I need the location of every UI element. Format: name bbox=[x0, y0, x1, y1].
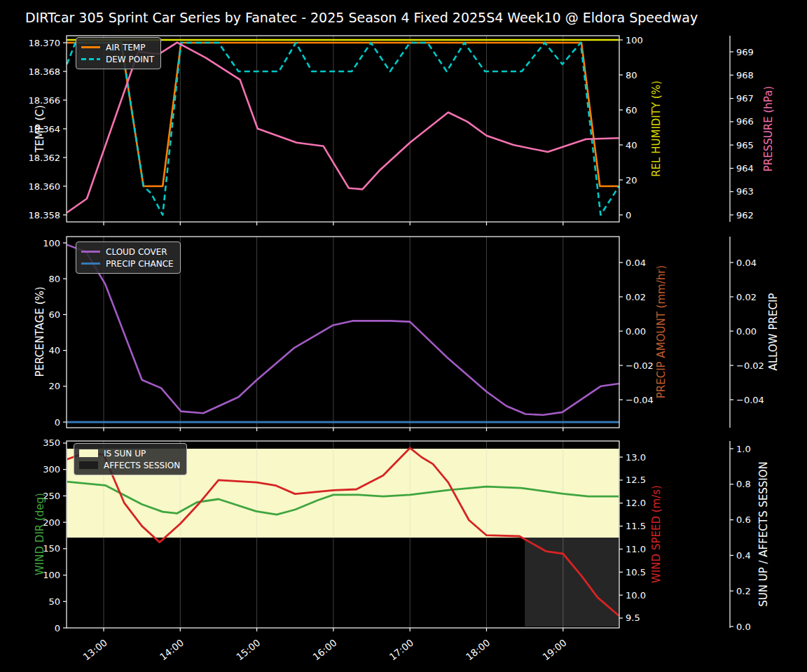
y-tick-label: 0.2 bbox=[736, 586, 751, 596]
y-tick-label: 10.5 bbox=[626, 567, 646, 578]
legend-item-cloud-cover: CLOUD COVER bbox=[81, 246, 174, 258]
y-tick-label: 18.370 bbox=[29, 38, 61, 48]
y-tick-label: 0.00 bbox=[736, 326, 757, 337]
y-tick-label: 13.0 bbox=[626, 452, 646, 463]
y-tick-label: 962 bbox=[736, 210, 754, 220]
y-tick-label: 0.00 bbox=[626, 326, 646, 337]
y-tick-label: 18.362 bbox=[29, 153, 61, 163]
y-tick-label: 0 bbox=[55, 623, 60, 634]
y-tick-label: 963 bbox=[736, 186, 754, 197]
wind-panel-legend: IS SUN UP AFFECTS SESSION bbox=[74, 443, 187, 475]
x-tick-label: 18:00 bbox=[464, 637, 492, 663]
y-tick-label: 0.8 bbox=[736, 479, 751, 489]
air-temp-line-swatch bbox=[81, 46, 100, 48]
y-tick-label: 50 bbox=[48, 596, 60, 607]
x-tick-label: 15:00 bbox=[234, 637, 263, 663]
chart-canvas: 18.37018.36818.36618.36418.36218.36018.3… bbox=[0, 0, 807, 672]
y-tick-label: 10.0 bbox=[626, 590, 646, 601]
legend-label: CLOUD COVER bbox=[106, 247, 167, 257]
y-tick-label: 965 bbox=[736, 140, 754, 150]
legend-item-precip-chance: PRECIP CHANCE bbox=[81, 258, 174, 270]
y-tick-label: 18.360 bbox=[29, 181, 61, 192]
y-tick-label: 60 bbox=[48, 309, 60, 320]
y-tick-label: 9.5 bbox=[626, 612, 640, 623]
y-tick-label: 0.04 bbox=[736, 258, 757, 268]
legend-label: PRECIP CHANCE bbox=[106, 259, 174, 269]
y-tick-label: 969 bbox=[736, 47, 754, 57]
wind-speed-axis-label: WIND SPEED (m/s) bbox=[650, 485, 663, 583]
y-tick-label: 11.0 bbox=[626, 544, 646, 554]
sun-up-patch-swatch bbox=[79, 449, 98, 457]
cloud-cover-line-swatch bbox=[81, 251, 100, 253]
band-affects-session bbox=[525, 538, 619, 626]
y-tick-label: 0 bbox=[626, 210, 631, 220]
precip-panel-legend: CLOUD COVER PRECIP CHANCE bbox=[76, 241, 181, 274]
y-tick-label: 40 bbox=[626, 140, 637, 150]
legend-item-air-temp: AIR TEMP bbox=[81, 41, 154, 53]
y-tick-label: 0.6 bbox=[736, 514, 751, 525]
legend-label: IS SUN UP bbox=[104, 449, 146, 458]
sun-up-axis-label: SUN UP / AFFECTS SESSION bbox=[757, 461, 770, 607]
y-tick-label: 18.358 bbox=[29, 210, 61, 220]
legend-label: AFFECTS SESSION bbox=[104, 461, 180, 470]
y-tick-label: 20 bbox=[626, 175, 637, 186]
y-tick-label: −0.04 bbox=[626, 395, 654, 405]
y-tick-label: 0.04 bbox=[626, 258, 646, 268]
affects-session-patch-swatch bbox=[79, 461, 98, 469]
weather-forecast-figure: DIRTcar 305 Sprint Car Series by Fanatec… bbox=[0, 0, 807, 672]
x-tick-label: 19:00 bbox=[540, 637, 569, 663]
x-tick-label: 17:00 bbox=[387, 637, 416, 663]
precip-chance-line-swatch bbox=[81, 262, 100, 265]
y-tick-label: 18.368 bbox=[29, 66, 61, 77]
wind-dir-axis-label: WIND DIR (deg) bbox=[34, 493, 46, 575]
y-tick-label: −0.04 bbox=[736, 395, 764, 405]
y-tick-label: 12.5 bbox=[626, 475, 646, 485]
y-tick-label: 20 bbox=[48, 381, 60, 391]
allow-precip-axis-label: ALLOW PRECIP bbox=[767, 293, 780, 371]
legend-item-affects-session: AFFECTS SESSION bbox=[79, 459, 180, 471]
y-tick-label: 60 bbox=[626, 105, 637, 115]
x-tick-label: 14:00 bbox=[158, 637, 186, 663]
temp-axis-label: TEMP (C) bbox=[34, 105, 46, 153]
y-tick-label: 968 bbox=[736, 70, 754, 80]
dew-point-line-swatch bbox=[81, 58, 100, 60]
y-tick-label: 964 bbox=[736, 163, 754, 174]
legend-label: AIR TEMP bbox=[106, 43, 145, 52]
y-tick-label: 40 bbox=[48, 345, 60, 356]
legend-label: DEW POINT bbox=[106, 55, 154, 64]
y-tick-label: 0.4 bbox=[736, 550, 751, 561]
y-tick-label: 967 bbox=[736, 93, 754, 104]
x-tick-label: 16:00 bbox=[310, 637, 339, 663]
y-tick-label: 0.02 bbox=[736, 292, 757, 302]
y-tick-label: −0.02 bbox=[626, 360, 654, 371]
x-tick-label: 13:00 bbox=[81, 637, 109, 663]
legend-item-is-sun-up: IS SUN UP bbox=[79, 447, 180, 459]
y-tick-label: 966 bbox=[736, 116, 754, 127]
y-tick-label: 80 bbox=[626, 70, 637, 80]
y-tick-label: 100 bbox=[626, 35, 643, 46]
y-tick-label: 11.5 bbox=[626, 521, 646, 531]
y-tick-label: 12.0 bbox=[626, 498, 646, 508]
legend-item-dew-point: DEW POINT bbox=[81, 53, 154, 65]
y-tick-label: 1.0 bbox=[736, 444, 751, 454]
y-tick-label: 350 bbox=[43, 438, 60, 448]
temp-panel-legend: AIR TEMP DEW POINT bbox=[76, 37, 161, 69]
humidity-axis-label: REL HUMIDITY (%) bbox=[650, 80, 663, 177]
pressure-axis-label: PRESSURE (hPa) bbox=[762, 86, 775, 172]
y-tick-label: −0.02 bbox=[736, 360, 764, 371]
precip-amount-axis-label: PRECIP AMOUNT (mm/hr) bbox=[655, 265, 668, 398]
y-tick-label: 100 bbox=[43, 238, 60, 248]
percentage-axis-label: PERCENTAGE (%) bbox=[34, 286, 46, 377]
y-tick-label: 0 bbox=[55, 417, 60, 428]
y-tick-label: 80 bbox=[48, 274, 60, 284]
y-tick-label: 0.02 bbox=[626, 292, 646, 302]
y-tick-label: 300 bbox=[43, 464, 60, 475]
y-tick-label: 0.0 bbox=[736, 622, 751, 632]
y-tick-label: 18.366 bbox=[29, 95, 61, 106]
